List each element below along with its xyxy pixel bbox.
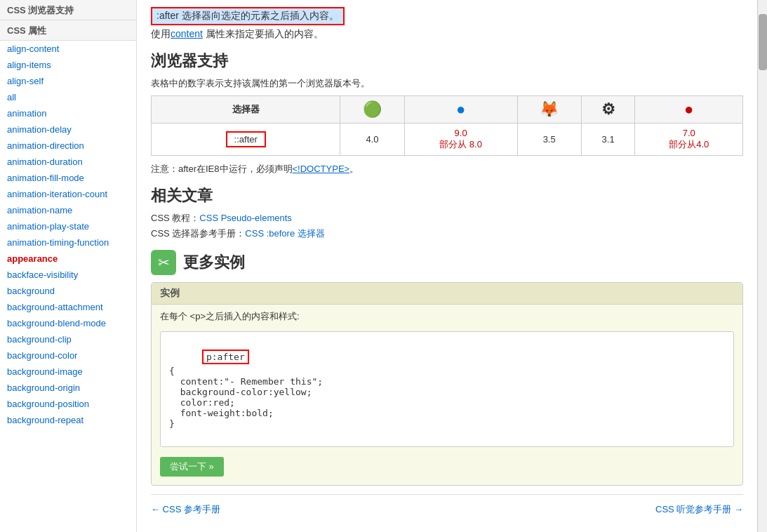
sidebar-item-all[interactable]: all — [0, 89, 136, 105]
sidebar: CSS 浏览器支持 CSS 属性 align-contentalign-item… — [0, 0, 137, 532]
doctype-link[interactable]: <!DOCTYPE> — [293, 164, 350, 174]
opera-icon: ● — [684, 100, 693, 118]
footer-prev-link[interactable]: ← CSS 参考手册 — [151, 503, 220, 516]
sidebar-items-container: align-contentalign-itemsalign-selfallani… — [0, 41, 136, 428]
definition-highlight: :after 选择器向选定的元素之后插入内容。 — [151, 7, 345, 25]
firefox-icon: 🦊 — [540, 100, 559, 118]
related-item: CSS 教程：CSS Pseudo-elements — [151, 212, 743, 225]
sidebar-item-appearance[interactable]: appearance — [0, 251, 136, 267]
more-examples-header: ✂ 更多实例 — [151, 250, 743, 275]
footer-nav: ← CSS 参考手册 CSS 听觉参考手册 → — [151, 494, 743, 519]
table-cell-browser-2: 3.5 — [517, 124, 581, 156]
browser-support-table: 选择器 🟢 ● 🦊 ⚙ ● ::after4.09.0部分从 8.03.53.1… — [151, 95, 743, 156]
col-chrome: 🟢 — [340, 96, 404, 124]
sidebar-item-animation-direction[interactable]: animation-direction — [0, 138, 136, 154]
sidebar-item-background-repeat[interactable]: background-repeat — [0, 412, 136, 428]
main-content: :after 选择器向选定的元素之后插入内容。 使用content 属性来指定要… — [137, 0, 757, 532]
table-cell-browser-4: 7.0部分从4.0 — [635, 124, 743, 156]
sidebar-item-animation[interactable]: animation — [0, 105, 136, 121]
col-selector: 选择器 — [152, 96, 340, 124]
sidebar-item-align-content[interactable]: align-content — [0, 41, 136, 57]
css-browser-support-label: CSS 浏览器支持 — [0, 0, 136, 20]
table-cell-browser-3: 3.1 — [581, 124, 635, 156]
definition-section: :after 选择器向选定的元素之后插入内容。 使用content 属性来指定要… — [151, 7, 743, 41]
selector-box: ::after — [226, 131, 266, 147]
example-box: 实例 在每个 <p>之后插入的内容和样式: p:after { content:… — [151, 282, 743, 486]
related-link[interactable]: CSS Pseudo-elements — [199, 213, 292, 223]
sidebar-item-animation-iteration-count[interactable]: animation-iteration-count — [0, 186, 136, 202]
col-safari: ⚙ — [581, 96, 635, 124]
sidebar-item-background-color[interactable]: background-color — [0, 347, 136, 364]
related-heading: 相关文章 — [151, 185, 743, 206]
footer-next-link[interactable]: CSS 听觉参考手册 → — [655, 503, 743, 516]
related-link[interactable]: CSS :before 选择器 — [245, 228, 324, 239]
scrollbar-thumb[interactable] — [759, 14, 767, 70]
code-body: { content:"- Remember this"; background-… — [169, 366, 323, 429]
css-properties-label: CSS 属性 — [0, 20, 136, 41]
sidebar-item-background-clip[interactable]: background-clip — [0, 331, 136, 347]
sidebar-item-animation-duration[interactable]: animation-duration — [0, 154, 136, 170]
browser-support-heading: 浏览器支持 — [151, 51, 743, 72]
sidebar-item-animation-name[interactable]: animation-name — [0, 202, 136, 218]
sidebar-item-background-origin[interactable]: background-origin — [0, 380, 136, 396]
sidebar-item-background-attachment[interactable]: background-attachment — [0, 299, 136, 315]
sidebar-item-animation-fill-mode[interactable]: animation-fill-mode — [0, 170, 136, 186]
col-ie: ● — [404, 96, 517, 124]
safari-icon: ⚙ — [601, 100, 615, 118]
table-cell-browser-0: 4.0 — [340, 124, 404, 156]
code-highlight: p:after — [202, 350, 249, 364]
code-block: p:after { content:"- Remember this"; bac… — [160, 331, 734, 447]
sidebar-item-background[interactable]: background — [0, 283, 136, 299]
sidebar-item-backface-visibility[interactable]: backface-visibility — [0, 267, 136, 283]
example-label: 实例 — [152, 283, 742, 305]
content-link[interactable]: content — [171, 28, 203, 39]
sidebar-item-align-items[interactable]: align-items — [0, 57, 136, 73]
sidebar-item-animation-timing-function[interactable]: animation-timing-function — [0, 234, 136, 251]
col-firefox: 🦊 — [517, 96, 581, 124]
col-opera: ● — [635, 96, 743, 124]
sidebar-item-background-image[interactable]: background-image — [0, 364, 136, 380]
sidebar-item-animation-play-state[interactable]: animation-play-state — [0, 218, 136, 234]
browser-support-intro: 表格中的数字表示支持该属性的第一个浏览器版本号。 — [151, 77, 743, 90]
more-examples-title: 更多实例 — [183, 252, 245, 273]
scrollbar-track[interactable] — [757, 0, 767, 532]
table-cell-browser-1: 9.0部分从 8.0 — [404, 124, 517, 156]
sidebar-item-animation-delay[interactable]: animation-delay — [0, 121, 136, 138]
try-button[interactable]: 尝试一下 » — [160, 457, 224, 477]
chrome-icon: 🟢 — [363, 100, 382, 118]
sidebar-item-background-blend-mode[interactable]: background-blend-mode — [0, 315, 136, 331]
browser-table-body: ::after4.09.0部分从 8.03.53.17.0部分从4.0 — [152, 124, 743, 156]
table-cell-selector: ::after — [152, 124, 340, 156]
note-text: 注意：after在IE8中运行，必须声明<!DOCTYPE>。 — [151, 163, 743, 175]
scissors-icon: ✂ — [151, 250, 176, 275]
related-item: CSS 选择器参考手册：CSS :before 选择器 — [151, 227, 743, 240]
sidebar-item-align-self[interactable]: align-self — [0, 73, 136, 89]
related-articles: CSS 教程：CSS Pseudo-elementsCSS 选择器参考手册：CS… — [151, 212, 743, 240]
example-desc: 在每个 <p>之后插入的内容和样式: — [152, 305, 742, 327]
ie-icon: ● — [456, 100, 465, 118]
sidebar-item-background-position[interactable]: background-position — [0, 396, 136, 412]
definition-note: 使用content 属性来指定要插入的内容。 — [151, 28, 743, 41]
